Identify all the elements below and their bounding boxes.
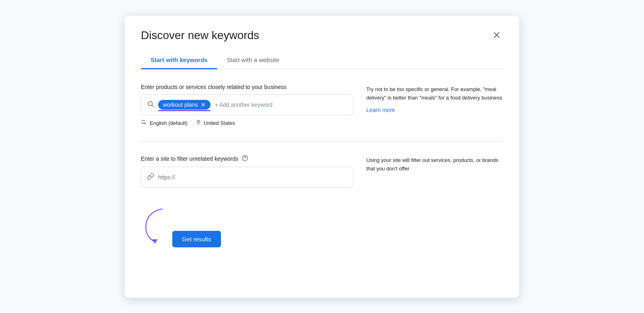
section2-hint: Using your site will filter out services… xyxy=(366,155,503,188)
url-input-box[interactable] xyxy=(141,167,353,188)
chip-text: workout plans xyxy=(163,102,198,108)
section1-left: Enter products or services closely relat… xyxy=(141,84,353,127)
keyword-input-box[interactable]: workout plans ✕ + Add another keyword xyxy=(141,94,353,115)
modal-title: Discover new keywords xyxy=(141,29,259,42)
tab-keywords[interactable]: Start with keywords xyxy=(141,52,217,69)
section2-grid: Enter a site to filter unrelated keyword… xyxy=(141,155,503,188)
help-icon[interactable] xyxy=(242,155,248,163)
learn-more-link[interactable]: Learn more xyxy=(366,107,395,113)
translate-icon xyxy=(141,119,147,127)
link-icon xyxy=(147,173,154,182)
section2-label-row: Enter a site to filter unrelated keyword… xyxy=(141,155,353,163)
modal-container: Discover new keywords Start with keyword… xyxy=(125,16,519,298)
section1-grid: Enter products or services closely relat… xyxy=(141,84,503,127)
add-keyword-placeholder[interactable]: + Add another keyword xyxy=(215,102,272,108)
section2-label: Enter a site to filter unrelated keyword… xyxy=(141,155,238,162)
chip-remove-button[interactable]: ✕ xyxy=(201,102,206,108)
tabs-container: Start with keywords Start with a website xyxy=(141,52,503,69)
close-icon xyxy=(492,30,502,40)
modal-header: Discover new keywords xyxy=(141,29,503,42)
svg-marker-4 xyxy=(153,239,158,244)
get-results-button[interactable]: Get results xyxy=(172,231,221,247)
location-icon xyxy=(196,119,201,127)
language-label: English (default) xyxy=(150,120,188,126)
close-button[interactable] xyxy=(490,29,503,41)
section-divider xyxy=(141,141,503,142)
section1-hint: Try not to be too specific or general. F… xyxy=(366,84,503,127)
url-input-field[interactable] xyxy=(158,174,347,180)
bottom-row: Get results xyxy=(141,207,503,247)
section2-left: Enter a site to filter unrelated keyword… xyxy=(141,155,353,188)
location-selector[interactable]: United States xyxy=(196,119,235,127)
svg-point-3 xyxy=(245,160,245,160)
hint2-text: Using your site will filter out services… xyxy=(366,156,503,173)
locale-row: English (default) United States xyxy=(141,119,353,127)
curved-arrow-icon xyxy=(141,207,169,247)
search-icon xyxy=(147,100,154,110)
arrow-container xyxy=(141,207,169,247)
keyword-chip: workout plans ✕ xyxy=(158,100,211,110)
svg-point-1 xyxy=(198,121,199,122)
tab-website[interactable]: Start with a website xyxy=(217,52,289,69)
section1-label: Enter products or services closely relat… xyxy=(141,84,353,90)
hint1-text: Try not to be too specific or general. F… xyxy=(366,85,503,102)
location-label: United States xyxy=(204,120,235,126)
language-selector[interactable]: English (default) xyxy=(141,119,188,127)
